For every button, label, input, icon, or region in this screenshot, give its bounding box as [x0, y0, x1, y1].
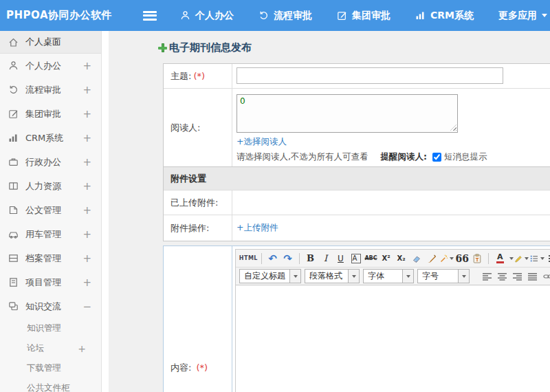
sidebar-item-workflow-approval[interactable]: 流程审批 + — [0, 78, 101, 102]
heading-select[interactable]: 自定义标题 — [239, 269, 301, 283]
redo-icon[interactable]: ↷ — [281, 252, 295, 265]
nav-item-personal-office[interactable]: 个人办公 — [180, 10, 234, 22]
expand-plus[interactable]: + — [82, 204, 91, 217]
nav-item-group-approval[interactable]: 集团审批 — [337, 10, 390, 22]
dropdown-caret-icon — [348, 270, 359, 283]
align-justify-icon[interactable] — [526, 270, 540, 283]
remind-readers-label: 提醒阅读人: — [380, 151, 427, 163]
font-family-select[interactable]: 字体 — [363, 269, 414, 283]
book-icon — [8, 181, 19, 191]
subscript-button[interactable]: X₂ — [395, 252, 408, 265]
caret-down-icon — [542, 14, 547, 20]
paragraph-format-select[interactable]: 段落格式 — [305, 269, 360, 283]
sidebar-subitem-forum[interactable]: 论坛 + — [0, 338, 101, 358]
attachment-actions-row: 附件操作: +上传附件 — [164, 215, 550, 241]
highlight-color-icon[interactable] — [514, 252, 529, 265]
sidebar-subitem-knowledge-mgmt[interactable]: 知识管理 — [0, 318, 101, 338]
edit-icon — [8, 109, 19, 119]
expand-plus[interactable]: + — [82, 108, 91, 120]
sidebar-item-personal-desktop[interactable]: 个人桌面 — [0, 31, 101, 54]
dropdown-caret-icon[interactable] — [509, 257, 514, 262]
expand-plus[interactable]: + — [82, 180, 91, 193]
superscript-button[interactable]: X² — [380, 252, 393, 265]
archive-icon — [8, 253, 19, 263]
align-left-icon[interactable] — [481, 270, 494, 283]
sidebar-subitem-public-file-cabinet[interactable]: 公共文件柜 — [0, 378, 101, 392]
dropdown-caret-icon — [402, 270, 413, 283]
sidebar-subitem-download-mgmt[interactable]: 下载管理 — [0, 358, 101, 378]
expand-plus[interactable]: + — [82, 84, 91, 96]
html-source-button[interactable]: HTML — [240, 252, 257, 265]
bold-button[interactable]: B — [304, 252, 318, 265]
sidebar-item-archive-mgmt[interactable]: 档案管理 + — [0, 246, 101, 270]
sidebar-item-personal-office[interactable]: 个人办公 + — [0, 54, 101, 78]
insert-link-icon[interactable] — [541, 270, 550, 283]
strikethrough-button[interactable]: ABC — [364, 252, 378, 265]
add-icon — [158, 43, 167, 52]
align-center-icon[interactable] — [496, 270, 509, 283]
unordered-list-icon[interactable] — [546, 252, 550, 265]
auto-typeset-icon[interactable] — [440, 252, 454, 265]
expand-plus[interactable]: + — [82, 156, 91, 168]
font-size-select[interactable]: 字号 — [417, 269, 470, 283]
attachment-actions-label: 附件操作: — [164, 215, 232, 241]
subject-input[interactable] — [236, 67, 503, 84]
paste-plain-text-icon[interactable] — [470, 252, 484, 265]
font-color-button[interactable]: A — [493, 252, 507, 265]
home-icon — [8, 37, 19, 47]
editor-content-area[interactable] — [236, 285, 550, 392]
upload-attachment-link[interactable]: +上传附件 — [236, 222, 278, 234]
sidebar-item-knowledge-exchange[interactable]: 知识交流 − — [0, 294, 101, 318]
editor-toolbar-row2: 自定义标题 段落格式 字体 字号 — [236, 268, 550, 285]
font-style-button[interactable]: A — [349, 252, 363, 265]
expand-plus[interactable]: + — [82, 276, 91, 289]
sidebar: 个人桌面 个人办公 + 流程审批 + 集团审批 + CRM系统 + 行政办公 + — [0, 31, 102, 392]
sidebar-item-crm[interactable]: CRM系统 + — [0, 126, 101, 150]
sidebar-item-vehicle-mgmt[interactable]: 用车管理 + — [0, 222, 101, 246]
expand-plus[interactable]: + — [82, 252, 91, 265]
sidebar-gutter — [102, 31, 109, 392]
readers-textarea[interactable]: 0 — [236, 94, 458, 133]
dropdown-caret-icon — [525, 257, 529, 262]
editor-toolbar-row1: HTML ↶ ↷ B I U A ABC X² X₂ — [236, 250, 550, 268]
underline-button[interactable]: U — [334, 252, 348, 265]
expand-plus[interactable]: + — [82, 132, 91, 144]
undo-icon[interactable]: ↶ — [266, 252, 280, 265]
required-mark: (*) — [193, 71, 205, 81]
format-painter-icon[interactable] — [425, 252, 439, 265]
readers-hint: 请选择阅读人,不选为所有人可查看 — [236, 151, 368, 163]
doc-icon — [8, 205, 19, 215]
blockquote-button[interactable]: 66 — [455, 252, 469, 265]
select-readers-link[interactable]: +选择阅读人 — [236, 136, 287, 148]
italic-button[interactable]: I — [319, 252, 333, 265]
expand-plus[interactable]: + — [82, 60, 91, 72]
ordered-list-icon[interactable] — [530, 252, 544, 265]
remove-format-icon[interactable] — [410, 252, 424, 265]
sidebar-item-document-mgmt[interactable]: 公文管理 + — [0, 198, 101, 222]
nav-item-workflow-approval[interactable]: 流程审批 — [258, 10, 312, 22]
collapse-minus[interactable]: − — [82, 301, 91, 313]
user-icon — [8, 61, 19, 71]
expand-plus[interactable]: + — [82, 228, 91, 241]
sidebar-item-admin-office[interactable]: 行政办公 + — [0, 150, 101, 174]
dropdown-caret-icon — [450, 257, 454, 262]
expand-plus[interactable]: + — [78, 343, 86, 354]
sidebar-item-project-mgmt[interactable]: 项目管理 + — [0, 270, 101, 294]
sidebar-item-hr[interactable]: 人力资源 + — [0, 174, 101, 198]
nav-item-crm[interactable]: CRM系统 — [415, 10, 474, 22]
notebook-icon — [8, 277, 19, 287]
nav-label: 流程审批 — [274, 10, 312, 22]
hamburger-menu-icon[interactable] — [143, 11, 157, 21]
chart-icon — [415, 10, 426, 21]
sms-checkbox[interactable] — [432, 153, 441, 162]
top-header: PHPOA协同办公软件 个人办公 流程审批 集团审批 CRM系统 — [0, 0, 550, 31]
readers-row: 阅读人: 0 +选择阅读人 请选择阅读人,不选为所有人可查看 提醒阅读人: 短消… — [164, 88, 550, 166]
nav-item-more-apps[interactable]: 更多应用 — [498, 10, 547, 22]
dropdown-caret-icon — [289, 270, 300, 283]
align-right-icon[interactable] — [511, 270, 525, 283]
nav-label: 更多应用 — [498, 10, 537, 22]
header-nav: 个人办公 流程审批 集团审批 CRM系统 更多应用 — [180, 10, 547, 22]
uploaded-attachments-value — [232, 190, 550, 215]
main-content: 电子期刊信息发布 主题: (*) 阅读人: 0 +选择阅读人 — [109, 31, 550, 392]
sidebar-item-group-approval[interactable]: 集团审批 + — [0, 102, 101, 126]
